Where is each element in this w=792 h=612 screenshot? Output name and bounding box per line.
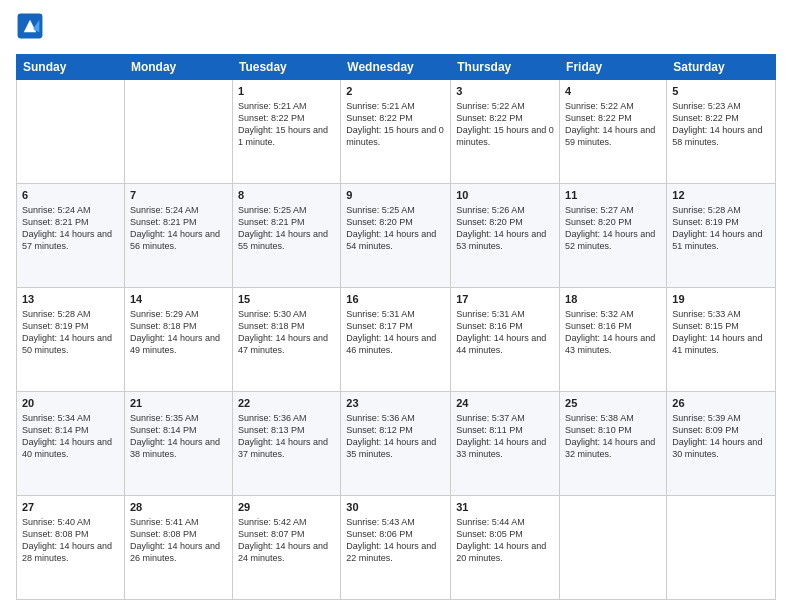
day-number: 24 [456, 396, 554, 411]
calendar-cell: 20Sunrise: 5:34 AMSunset: 8:14 PMDayligh… [17, 392, 125, 496]
day-number: 17 [456, 292, 554, 307]
week-row-3: 13Sunrise: 5:28 AMSunset: 8:19 PMDayligh… [17, 288, 776, 392]
day-info: Sunrise: 5:39 AMSunset: 8:09 PMDaylight:… [672, 412, 770, 461]
day-number: 28 [130, 500, 227, 515]
day-number: 11 [565, 188, 661, 203]
weekday-saturday: Saturday [667, 55, 776, 80]
day-number: 3 [456, 84, 554, 99]
day-info: Sunrise: 5:33 AMSunset: 8:15 PMDaylight:… [672, 308, 770, 357]
calendar-cell [667, 496, 776, 600]
day-info: Sunrise: 5:41 AMSunset: 8:08 PMDaylight:… [130, 516, 227, 565]
day-info: Sunrise: 5:29 AMSunset: 8:18 PMDaylight:… [130, 308, 227, 357]
day-number: 2 [346, 84, 445, 99]
calendar-cell: 28Sunrise: 5:41 AMSunset: 8:08 PMDayligh… [124, 496, 232, 600]
day-number: 7 [130, 188, 227, 203]
calendar-cell: 9Sunrise: 5:25 AMSunset: 8:20 PMDaylight… [341, 184, 451, 288]
logo-icon [16, 12, 44, 40]
calendar-cell: 14Sunrise: 5:29 AMSunset: 8:18 PMDayligh… [124, 288, 232, 392]
day-info: Sunrise: 5:21 AMSunset: 8:22 PMDaylight:… [346, 100, 445, 149]
calendar-cell: 25Sunrise: 5:38 AMSunset: 8:10 PMDayligh… [560, 392, 667, 496]
calendar-cell: 29Sunrise: 5:42 AMSunset: 8:07 PMDayligh… [232, 496, 340, 600]
calendar-cell: 1Sunrise: 5:21 AMSunset: 8:22 PMDaylight… [232, 80, 340, 184]
calendar-cell: 4Sunrise: 5:22 AMSunset: 8:22 PMDaylight… [560, 80, 667, 184]
day-info: Sunrise: 5:43 AMSunset: 8:06 PMDaylight:… [346, 516, 445, 565]
page: SundayMondayTuesdayWednesdayThursdayFrid… [0, 0, 792, 612]
day-info: Sunrise: 5:28 AMSunset: 8:19 PMDaylight:… [22, 308, 119, 357]
calendar-cell: 23Sunrise: 5:36 AMSunset: 8:12 PMDayligh… [341, 392, 451, 496]
day-info: Sunrise: 5:25 AMSunset: 8:20 PMDaylight:… [346, 204, 445, 253]
day-info: Sunrise: 5:28 AMSunset: 8:19 PMDaylight:… [672, 204, 770, 253]
calendar-cell: 15Sunrise: 5:30 AMSunset: 8:18 PMDayligh… [232, 288, 340, 392]
calendar-cell: 21Sunrise: 5:35 AMSunset: 8:14 PMDayligh… [124, 392, 232, 496]
day-info: Sunrise: 5:26 AMSunset: 8:20 PMDaylight:… [456, 204, 554, 253]
day-info: Sunrise: 5:30 AMSunset: 8:18 PMDaylight:… [238, 308, 335, 357]
logo [16, 12, 44, 46]
header [16, 12, 776, 46]
day-info: Sunrise: 5:37 AMSunset: 8:11 PMDaylight:… [456, 412, 554, 461]
day-number: 23 [346, 396, 445, 411]
day-number: 1 [238, 84, 335, 99]
day-info: Sunrise: 5:44 AMSunset: 8:05 PMDaylight:… [456, 516, 554, 565]
weekday-friday: Friday [560, 55, 667, 80]
weekday-monday: Monday [124, 55, 232, 80]
calendar-cell: 3Sunrise: 5:22 AMSunset: 8:22 PMDaylight… [451, 80, 560, 184]
day-number: 16 [346, 292, 445, 307]
week-row-1: 1Sunrise: 5:21 AMSunset: 8:22 PMDaylight… [17, 80, 776, 184]
day-info: Sunrise: 5:31 AMSunset: 8:17 PMDaylight:… [346, 308, 445, 357]
day-info: Sunrise: 5:32 AMSunset: 8:16 PMDaylight:… [565, 308, 661, 357]
day-number: 19 [672, 292, 770, 307]
day-number: 9 [346, 188, 445, 203]
day-number: 26 [672, 396, 770, 411]
day-info: Sunrise: 5:40 AMSunset: 8:08 PMDaylight:… [22, 516, 119, 565]
day-info: Sunrise: 5:27 AMSunset: 8:20 PMDaylight:… [565, 204, 661, 253]
calendar-cell: 18Sunrise: 5:32 AMSunset: 8:16 PMDayligh… [560, 288, 667, 392]
calendar-cell: 13Sunrise: 5:28 AMSunset: 8:19 PMDayligh… [17, 288, 125, 392]
day-info: Sunrise: 5:34 AMSunset: 8:14 PMDaylight:… [22, 412, 119, 461]
calendar-cell: 17Sunrise: 5:31 AMSunset: 8:16 PMDayligh… [451, 288, 560, 392]
calendar-cell [124, 80, 232, 184]
calendar-cell: 26Sunrise: 5:39 AMSunset: 8:09 PMDayligh… [667, 392, 776, 496]
day-number: 6 [22, 188, 119, 203]
day-number: 25 [565, 396, 661, 411]
day-number: 4 [565, 84, 661, 99]
day-number: 18 [565, 292, 661, 307]
day-number: 14 [130, 292, 227, 307]
day-number: 15 [238, 292, 335, 307]
calendar-cell: 16Sunrise: 5:31 AMSunset: 8:17 PMDayligh… [341, 288, 451, 392]
calendar-cell: 31Sunrise: 5:44 AMSunset: 8:05 PMDayligh… [451, 496, 560, 600]
day-info: Sunrise: 5:36 AMSunset: 8:12 PMDaylight:… [346, 412, 445, 461]
calendar-cell: 2Sunrise: 5:21 AMSunset: 8:22 PMDaylight… [341, 80, 451, 184]
calendar-cell: 10Sunrise: 5:26 AMSunset: 8:20 PMDayligh… [451, 184, 560, 288]
day-info: Sunrise: 5:24 AMSunset: 8:21 PMDaylight:… [130, 204, 227, 253]
calendar-cell [560, 496, 667, 600]
week-row-2: 6Sunrise: 5:24 AMSunset: 8:21 PMDaylight… [17, 184, 776, 288]
calendar-cell: 24Sunrise: 5:37 AMSunset: 8:11 PMDayligh… [451, 392, 560, 496]
day-number: 31 [456, 500, 554, 515]
weekday-sunday: Sunday [17, 55, 125, 80]
day-number: 13 [22, 292, 119, 307]
day-info: Sunrise: 5:25 AMSunset: 8:21 PMDaylight:… [238, 204, 335, 253]
day-info: Sunrise: 5:22 AMSunset: 8:22 PMDaylight:… [565, 100, 661, 149]
day-info: Sunrise: 5:23 AMSunset: 8:22 PMDaylight:… [672, 100, 770, 149]
calendar-cell: 12Sunrise: 5:28 AMSunset: 8:19 PMDayligh… [667, 184, 776, 288]
calendar-cell: 19Sunrise: 5:33 AMSunset: 8:15 PMDayligh… [667, 288, 776, 392]
weekday-thursday: Thursday [451, 55, 560, 80]
weekday-wednesday: Wednesday [341, 55, 451, 80]
week-row-4: 20Sunrise: 5:34 AMSunset: 8:14 PMDayligh… [17, 392, 776, 496]
day-number: 5 [672, 84, 770, 99]
calendar-table: SundayMondayTuesdayWednesdayThursdayFrid… [16, 54, 776, 600]
day-info: Sunrise: 5:21 AMSunset: 8:22 PMDaylight:… [238, 100, 335, 149]
day-number: 12 [672, 188, 770, 203]
calendar-cell [17, 80, 125, 184]
weekday-header-row: SundayMondayTuesdayWednesdayThursdayFrid… [17, 55, 776, 80]
day-info: Sunrise: 5:38 AMSunset: 8:10 PMDaylight:… [565, 412, 661, 461]
day-info: Sunrise: 5:35 AMSunset: 8:14 PMDaylight:… [130, 412, 227, 461]
day-number: 30 [346, 500, 445, 515]
calendar-cell: 11Sunrise: 5:27 AMSunset: 8:20 PMDayligh… [560, 184, 667, 288]
day-number: 22 [238, 396, 335, 411]
day-number: 10 [456, 188, 554, 203]
calendar-cell: 30Sunrise: 5:43 AMSunset: 8:06 PMDayligh… [341, 496, 451, 600]
calendar-cell: 27Sunrise: 5:40 AMSunset: 8:08 PMDayligh… [17, 496, 125, 600]
day-number: 27 [22, 500, 119, 515]
calendar-cell: 8Sunrise: 5:25 AMSunset: 8:21 PMDaylight… [232, 184, 340, 288]
